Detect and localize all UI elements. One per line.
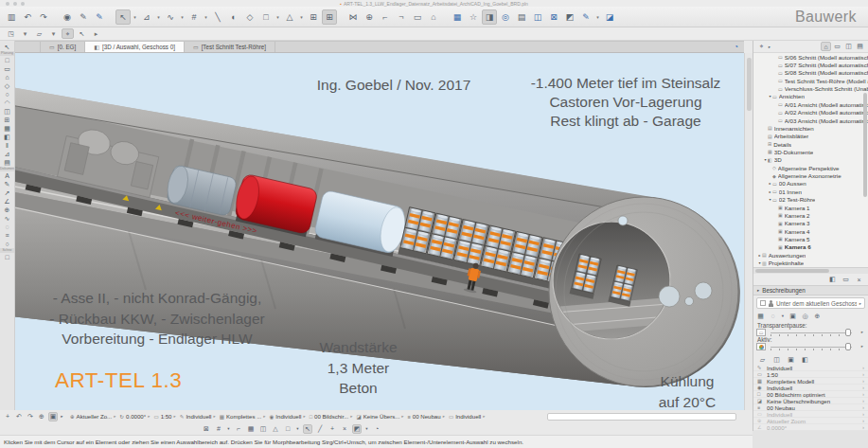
tree-scrollbar[interactable] xyxy=(863,93,867,197)
toolbar-button-icon[interactable]: ↶ xyxy=(20,9,35,25)
toolbar-button-icon[interactable]: ¬ xyxy=(394,9,409,25)
toolbar-button-icon[interactable]: ◫ xyxy=(530,9,545,25)
tree-item[interactable]: ▭ S/08 Schnitt (Modell automatisch wiede… xyxy=(753,69,868,77)
tree-item[interactable]: ▤ Arbeitsblätter xyxy=(753,133,868,140)
toolbar-button-icon[interactable]: ⊿ xyxy=(139,9,154,25)
toolbar-button-icon[interactable]: ◐ xyxy=(226,9,241,25)
tree-item[interactable]: ◇ Allgemeine Perspektive xyxy=(753,164,868,171)
nav-control-icon[interactable]: + xyxy=(3,412,12,421)
slider-thumb[interactable] xyxy=(845,329,851,336)
toolbar-button-icon[interactable]: ⊕ xyxy=(362,9,377,25)
snap-toggle-icon[interactable]: □ xyxy=(283,424,292,434)
navigator-map-icon[interactable]: ▭ xyxy=(832,42,842,51)
navigator-map-icon[interactable]: ▤ xyxy=(855,42,865,51)
tree-item[interactable]: ▤ Innenansichten xyxy=(753,124,868,132)
toolbar-button-icon[interactable]: ▤ xyxy=(514,9,529,25)
palette-tool[interactable]: ✎ xyxy=(0,180,14,188)
toolbar-button-icon[interactable]: ▾ xyxy=(19,28,31,39)
slider-swatch[interactable]: ▭ xyxy=(756,329,766,336)
palette-tool[interactable]: ◧ xyxy=(0,133,14,141)
trace-tool-icon[interactable]: ◎ xyxy=(800,312,810,321)
trace-tool-icon[interactable]: ▦ xyxy=(755,312,766,321)
tree-item[interactable]: ▭ Test Schnitt Test-Röhre (Modell automa… xyxy=(753,77,868,84)
snap-toggle-icon[interactable]: ⌐ xyxy=(234,424,243,434)
toolbar-button-icon[interactable]: ▱ xyxy=(33,28,45,39)
navigator-action-icon[interactable]: × xyxy=(854,275,864,284)
toolbar-button-icon[interactable]: ∿ xyxy=(163,9,178,25)
quick-option[interactable]: ⊕ Aktueller Zo... ▸ xyxy=(70,413,115,420)
palette-tool[interactable]: ‖ xyxy=(0,141,14,150)
palette-tool[interactable]: ○ xyxy=(0,240,14,248)
palette-tool[interactable]: ↖ xyxy=(0,43,14,51)
palette-tool[interactable]: □ xyxy=(0,253,14,261)
quick-option[interactable]: □ 00 Bildschir... ▸ xyxy=(310,413,353,420)
toolbar-button-icon[interactable] xyxy=(338,9,345,25)
tree-item[interactable]: ▭ A/02 Ansicht (Modell automatisch wiede… xyxy=(753,109,868,116)
navigator-action-icon[interactable]: ▭ xyxy=(841,275,851,284)
tree-item[interactable]: ▾ ▭ 02 Test-Röhre xyxy=(753,195,868,203)
tree-item[interactable]: ⊞ Details xyxy=(753,140,868,148)
slider-thumb[interactable] xyxy=(845,343,851,350)
slider-color-swatch[interactable] xyxy=(756,343,766,350)
snap-toggle-icon[interactable]: ◩ xyxy=(352,424,362,434)
toolbar-button-icon[interactable]: ▾ xyxy=(155,9,162,25)
navigator-header-icon[interactable]: ▸ xyxy=(767,42,772,51)
navigator-action-icon[interactable]: ◧ xyxy=(827,275,838,284)
toolbar-button-icon[interactable]: ↖ xyxy=(115,9,131,25)
nav-control-icon[interactable]: ▸ xyxy=(60,412,64,421)
nav-control-icon[interactable]: ↶ xyxy=(14,412,24,421)
tab-overview-icon[interactable]: ◔ xyxy=(734,43,738,51)
snap-toggle-icon[interactable]: ▾ xyxy=(364,424,369,434)
window-titlebar[interactable]: ▪ART-TEL_1.3_LLW_Endlager_Datensatz_Arbe… xyxy=(0,0,868,7)
palette-tool[interactable]: ∠ xyxy=(0,197,14,206)
tree-item[interactable]: ▸ ▭ 00 Aussen xyxy=(753,180,868,188)
snap-toggle-icon[interactable]: ↖ xyxy=(303,424,312,434)
trace-reference-dropdown[interactable]: Unter dem aktuellen Geschoss ▸ xyxy=(756,297,865,309)
tree-item[interactable]: ▸ ▤ Auswertungen xyxy=(753,251,868,259)
quick-option[interactable]: ↻ 0.0000° ▸ xyxy=(119,413,150,420)
tree-item[interactable]: ▾ ▭ Ansichten xyxy=(753,93,868,100)
toolbar-button-icon[interactable]: ▾ xyxy=(275,9,281,25)
nav-control-icon[interactable]: ↷ xyxy=(26,412,35,421)
toolbar-button-icon[interactable]: ✎ xyxy=(76,9,91,25)
palette-tool[interactable]: ▤ xyxy=(0,158,14,167)
quick-option[interactable]: ◉ Individuell ▸ xyxy=(269,413,305,420)
quick-option[interactable]: ▭ Individuell ▸ xyxy=(449,413,486,420)
trace-tool-icon[interactable]: ▾ xyxy=(780,312,786,321)
tree-item[interactable]: ▭ Verschluss-Schnitt Schnitt (Unabhängig… xyxy=(753,84,868,92)
toolbar-button-icon[interactable]: ✎ xyxy=(92,9,107,25)
toolbar-button-icon[interactable]: ☆ xyxy=(466,9,481,25)
palette-tool[interactable]: ◫ xyxy=(0,107,14,116)
toolbar-button-icon[interactable]: ⊞ xyxy=(322,9,337,25)
quick-option[interactable]: ▦ Komplettes ... ▸ xyxy=(220,413,266,420)
toolbar-button-icon[interactable]: ↖ xyxy=(76,28,88,39)
tree-item[interactable]: ▦ 3D-Dokumente xyxy=(753,148,868,155)
tracker-input[interactable] xyxy=(547,413,736,421)
tree-item[interactable]: ▣ Kamera 3 xyxy=(753,220,868,227)
toolbar-button-icon[interactable]: ▦ xyxy=(450,9,465,25)
toolbar-button-icon[interactable]: ▾ xyxy=(594,9,601,25)
checkbox[interactable] xyxy=(760,300,766,306)
navigator-map-icon[interactable]: ⌂ xyxy=(821,42,831,51)
toolbar-button-icon[interactable]: ▾ xyxy=(132,9,138,25)
palette-tool[interactable]: ∿ xyxy=(0,214,14,223)
tree-item[interactable]: ▣ Kamera 6 xyxy=(753,243,868,251)
nav-control-icon[interactable]: ⊕ xyxy=(37,412,46,421)
palette-tool[interactable]: ⌂ xyxy=(0,73,14,81)
palette-tool[interactable]: ◇ xyxy=(0,81,14,90)
palette-tool[interactable]: ≡ xyxy=(0,231,14,240)
toolbar-button-icon[interactable]: ✎ xyxy=(578,9,593,25)
palette-tool[interactable]: ◌ xyxy=(0,223,14,231)
tree-item[interactable]: ◆ Allgemeine Axonometrie xyxy=(753,171,868,179)
tree-item[interactable]: ▭ S/06 Schnitt (Modell automatisch wiede… xyxy=(753,53,868,61)
tree-item[interactable]: ▣ Kamera 4 xyxy=(753,227,868,235)
palette-tool[interactable]: A xyxy=(0,171,14,180)
trace-tool-icon[interactable]: ⊕ xyxy=(812,312,823,321)
toolbar-button-icon[interactable]: ▾ xyxy=(179,9,186,25)
palette-tool[interactable]: ⊕ xyxy=(0,206,14,214)
toolbar-button-icon[interactable]: ⊠ xyxy=(546,9,561,25)
active-slider[interactable]: ▸ xyxy=(756,342,865,352)
toolbar-button-icon[interactable]: ◪ xyxy=(602,9,617,25)
trace-tool-icon[interactable]: ▱ xyxy=(757,355,768,365)
trace-tool-icon[interactable]: ▣ xyxy=(788,312,798,321)
